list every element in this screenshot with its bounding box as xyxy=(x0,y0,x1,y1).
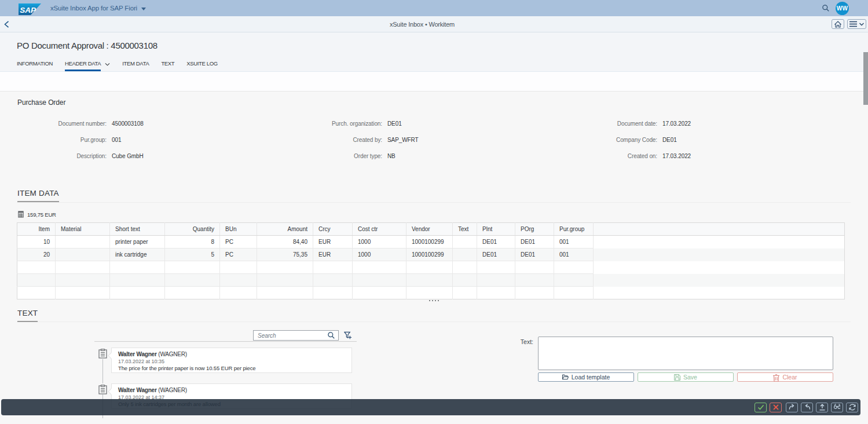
table-cell xyxy=(313,274,353,287)
table-cell xyxy=(406,287,453,299)
approve-check-icon xyxy=(757,404,764,411)
text-editor-input[interactable] xyxy=(538,337,833,370)
column-header-text[interactable]: Text xyxy=(453,223,477,236)
forward-button[interactable] xyxy=(786,403,798,412)
binoculars-button[interactable] xyxy=(831,403,843,412)
upload-button[interactable] xyxy=(816,403,828,412)
button-label: Save xyxy=(683,374,697,381)
table-cell xyxy=(477,261,515,274)
table-cell-filler xyxy=(594,248,845,261)
table-cell xyxy=(220,287,257,299)
search-icon[interactable] xyxy=(822,5,829,12)
clear-button[interactable]: Clear xyxy=(737,372,833,382)
load-template-button[interactable]: Load template xyxy=(538,372,634,382)
column-header-material[interactable]: Material xyxy=(56,223,110,236)
reject-x-button[interactable] xyxy=(770,403,782,412)
table-cell xyxy=(110,274,165,287)
table-cell xyxy=(257,274,313,287)
button-label: Clear xyxy=(782,374,797,381)
purchase-order-form-col-3: Document date:17.03.2022Company Code:DE0… xyxy=(541,115,691,164)
field-value: Cube GmbH xyxy=(112,153,144,159)
column-header-amount[interactable]: Amount xyxy=(257,223,313,236)
table-row[interactable] xyxy=(17,287,845,299)
table-cell xyxy=(453,261,477,274)
tab-label: TEXT xyxy=(161,60,174,71)
table-cell: 1000 xyxy=(353,236,406,248)
app-title: xSuite Inbox App for SAP Fiori xyxy=(50,5,137,12)
app-title-menu[interactable]: xSuite Inbox App for SAP Fiori xyxy=(50,0,146,16)
tab-content-strip xyxy=(0,72,868,92)
column-header-short-text[interactable]: Short text xyxy=(110,223,165,236)
table-row[interactable] xyxy=(17,274,845,287)
table-cell xyxy=(56,287,110,299)
back-icon[interactable] xyxy=(4,21,9,28)
field-value: 001 xyxy=(112,137,121,143)
column-header-bun[interactable]: BUn xyxy=(220,223,257,236)
table-cell xyxy=(554,287,594,299)
field-label: Description: xyxy=(0,153,107,159)
table-cell xyxy=(165,274,220,287)
delete-icon xyxy=(773,374,779,381)
timeline-text: The price for the printer paper is now 1… xyxy=(118,365,346,371)
delete-icon-svg xyxy=(773,374,779,382)
save-icon xyxy=(674,374,680,381)
avatar[interactable]: WW xyxy=(836,2,849,15)
tab-xsuite-log[interactable]: XSUITE LOG xyxy=(186,60,218,71)
search-input[interactable] xyxy=(254,332,325,339)
table-cell xyxy=(353,261,406,274)
filter-add-icon xyxy=(344,331,352,339)
column-header-item[interactable]: Item xyxy=(17,223,56,236)
tab-information[interactable]: INFORMATION xyxy=(17,60,53,71)
table-cell xyxy=(56,261,110,274)
field-value: DE01 xyxy=(387,120,402,127)
timeline-entry[interactable]: Walter Wagner (WAGNER)17.03.2022 at 10:3… xyxy=(111,348,352,373)
tabstrip: INFORMATIONHEADER DATAITEM DATATEXTXSUIT… xyxy=(17,60,218,71)
search-icon[interactable] xyxy=(328,332,335,339)
column-header-porg[interactable]: POrg xyxy=(515,223,554,236)
column-header-crcy[interactable]: Crcy xyxy=(313,223,353,236)
undo-icon-svg xyxy=(804,404,811,410)
chevron-down-icon xyxy=(859,23,864,26)
menu-button[interactable] xyxy=(847,19,866,29)
table-cell xyxy=(220,261,257,274)
purchase-order-form-col-1: Document number:4500003108Pur.group:001D… xyxy=(0,115,144,164)
save-button[interactable]: Save xyxy=(638,372,734,382)
tab-label: XSUITE LOG xyxy=(186,60,218,71)
form-field: Document number:4500003108 xyxy=(0,115,144,131)
column-header-plnt[interactable]: Plnt xyxy=(477,223,515,236)
table-cell-filler xyxy=(594,236,845,248)
table-cell: 20 xyxy=(17,248,56,261)
item-data-section-divider xyxy=(17,202,851,203)
column-header-quantity[interactable]: Quantity xyxy=(165,223,220,236)
table-cell xyxy=(453,248,477,261)
tab-header-data[interactable]: HEADER DATA xyxy=(65,60,110,71)
approve-check-button[interactable] xyxy=(755,403,767,412)
table-cell xyxy=(17,274,56,287)
home-button[interactable] xyxy=(832,19,844,29)
table-cell xyxy=(56,236,110,248)
tab-text[interactable]: TEXT xyxy=(161,60,174,71)
add-filter-button[interactable] xyxy=(343,330,353,341)
table-row[interactable]: 10printer paper8PC84,40EUR10001000100299… xyxy=(17,236,845,248)
scrollbar-thumb[interactable] xyxy=(863,52,868,105)
table-cell: 001 xyxy=(554,248,594,261)
table-cell xyxy=(56,274,110,287)
table-cell xyxy=(110,287,165,299)
column-header-cost-ctr[interactable]: Cost ctr xyxy=(353,223,406,236)
timeline-card-arrow xyxy=(108,388,114,394)
table-row[interactable] xyxy=(17,261,845,274)
table-row[interactable]: 20ink cartridge5PC75,35EUR10001000100299… xyxy=(17,248,845,261)
column-header-pur-group[interactable]: Pur.group xyxy=(554,223,594,236)
table-total: 159,75 EUR xyxy=(18,211,56,218)
table-cell: DE01 xyxy=(477,248,515,261)
undo-button[interactable] xyxy=(801,403,813,412)
form-field: Purch. organization:DE01 xyxy=(266,115,418,131)
save-icon-svg xyxy=(674,374,680,381)
table-resize-grip[interactable] xyxy=(429,300,442,302)
field-label: Order type: xyxy=(266,153,382,159)
tab-item-data[interactable]: ITEM DATA xyxy=(122,60,149,71)
sum-icon xyxy=(18,211,24,218)
column-header-vendor[interactable]: Vendor xyxy=(406,223,453,236)
sap-logo[interactable]: SAP xyxy=(19,3,42,15)
refresh-button[interactable] xyxy=(846,403,858,412)
